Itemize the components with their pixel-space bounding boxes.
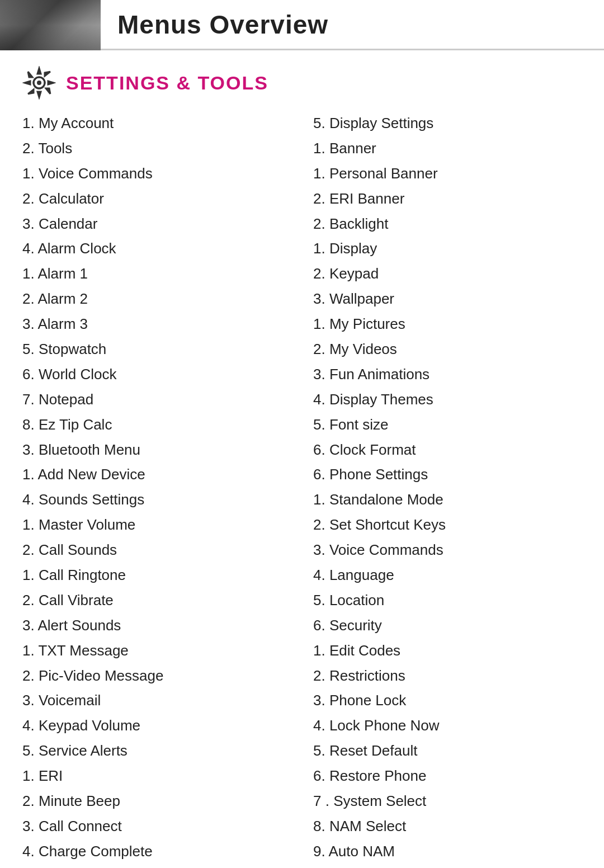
list-item: 1. Call Ringtone (22, 563, 291, 588)
list-item: 3. Call Connect (22, 814, 291, 839)
left-menu-list: 1. My Account2. Tools1. Voice Commands2.… (22, 111, 291, 868)
list-item: 4. Display Themes (313, 387, 582, 412)
list-item: 3. Voicemail (22, 688, 291, 713)
header-title-text: Menus Overview (117, 10, 328, 40)
left-column: 1. My Account2. Tools1. Voice Commands2.… (22, 111, 302, 868)
list-item: 1. Personal Banner (313, 161, 582, 186)
right-menu-list: 5. Display Settings1. Banner1. Personal … (313, 111, 582, 868)
list-item: 2. Keypad (313, 261, 582, 286)
list-item: 4. Lock Phone Now (313, 713, 582, 738)
list-item: 4. Charge Complete (22, 839, 291, 864)
list-item: 1. Banner (313, 136, 582, 161)
list-item: 2. Alarm 2 (22, 286, 291, 312)
list-item: 5. Location (313, 588, 582, 613)
list-item: 1. Standalone Mode (313, 487, 582, 512)
list-item: 2. Set Shortcut Keys (313, 512, 582, 537)
list-item: 4. Sounds Settings (22, 487, 291, 512)
section-heading: SETTINGS & TOOLS (0, 50, 604, 105)
list-item: 1. TXT Message (22, 638, 291, 663)
list-item: 1. ERI (22, 763, 291, 789)
list-item: 8. NAM Select (313, 814, 582, 839)
list-item: 3. Phone Lock (313, 688, 582, 713)
list-item: 2. My Videos (313, 337, 582, 362)
list-item: 3. Alert Sounds (22, 613, 291, 638)
list-item: 4. Alarm Clock (22, 236, 291, 261)
list-item: 1. My Pictures (313, 312, 582, 337)
list-item: 3. Fun Animations (313, 362, 582, 387)
list-item: 1. Voice Commands (22, 161, 291, 186)
header-image (0, 0, 101, 50)
list-item: 1. Add New Device (22, 462, 291, 487)
list-item: 1. Display (313, 236, 582, 261)
list-item: 5. Display Settings (313, 111, 582, 136)
list-item: 3. Wallpaper (313, 286, 582, 312)
list-item: 3. Alarm 3 (22, 312, 291, 337)
list-item: 3. Voice Commands (313, 537, 582, 563)
list-item: 3. Bluetooth Menu (22, 437, 291, 463)
list-item: 4. Keypad Volume (22, 713, 291, 738)
list-item: 7 . System Select (313, 789, 582, 814)
list-item: 5. Stopwatch (22, 337, 291, 362)
list-item: 2. ERI Banner (313, 186, 582, 211)
list-item: 2. Restrictions (313, 663, 582, 688)
gear-icon (22, 66, 56, 100)
list-item: 2. Calculator (22, 186, 291, 211)
list-item: 2. Call Vibrate (22, 588, 291, 613)
list-item: 2. Pic-Video Message (22, 663, 291, 688)
list-item: 6. World Clock (22, 362, 291, 387)
right-column: 5. Display Settings1. Banner1. Personal … (302, 111, 582, 868)
list-item: 1. My Account (22, 111, 291, 136)
list-item: 2. Tools (22, 136, 291, 161)
list-item: 6. Clock Format (313, 437, 582, 463)
section-title: SETTINGS & TOOLS (66, 72, 268, 94)
list-item: 5. Service Alerts (22, 738, 291, 763)
header-title: Menus Overview (101, 0, 328, 49)
list-item: 9. Auto NAM (313, 839, 582, 864)
svg-point-2 (37, 81, 41, 85)
list-item: 7. Call Settings (313, 864, 582, 868)
list-item: 2. Call Sounds (22, 537, 291, 563)
list-item: 1. Edit Codes (313, 638, 582, 663)
list-item: 2. Minute Beep (22, 789, 291, 814)
list-item: 5. Font size (313, 412, 582, 437)
list-item: 2. Backlight (313, 211, 582, 237)
list-item: 6. Power On/Off (22, 864, 291, 868)
list-item: 4. Language (313, 563, 582, 588)
list-item: 1. Alarm 1 (22, 261, 291, 286)
main-content: 1. My Account2. Tools1. Voice Commands2.… (0, 105, 604, 868)
list-item: 1. Master Volume (22, 512, 291, 537)
list-item: 6. Restore Phone (313, 763, 582, 789)
header: Menus Overview (0, 0, 604, 50)
list-item: 7. Notepad (22, 387, 291, 412)
list-item: 3. Calendar (22, 211, 291, 237)
list-item: 5. Reset Default (313, 738, 582, 763)
list-item: 6. Security (313, 613, 582, 638)
list-item: 8. Ez Tip Calc (22, 412, 291, 437)
list-item: 6. Phone Settings (313, 462, 582, 487)
